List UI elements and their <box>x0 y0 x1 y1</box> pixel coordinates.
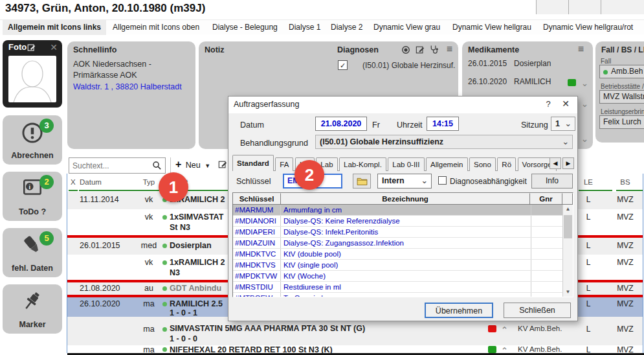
list-row[interactable]: #MPDKTVWKtV (Woche) <box>233 271 564 282</box>
list-header: Schlüssel Bezeichnung Gnr <box>233 193 573 205</box>
plus-icon: + <box>175 159 181 170</box>
sitzung-label: Sitzung <box>521 120 548 130</box>
uhrzeit-label: Uhrzeit <box>397 120 423 130</box>
tab-sono[interactable]: Sono <box>469 157 496 171</box>
neu-button[interactable]: + Neu ▼ <box>175 159 210 173</box>
status-dot-icon <box>162 302 167 306</box>
table-row[interactable]: ma NIFEHEXAL 20 RETARD RET 100 St N3 (K)… <box>67 345 643 353</box>
titlebar-cell <box>568 0 601 14</box>
select-caret-icon: ⌄ <box>421 174 428 187</box>
edit-icon[interactable] <box>218 160 227 172</box>
list-row[interactable]: #MHDKTVCKtV (double pool) <box>233 249 564 260</box>
edit-icon[interactable] <box>416 45 425 57</box>
tab-dynamic-view-hellgrau-rot[interactable]: Dynamic View hellgrau/rot <box>538 20 638 35</box>
col-bs[interactable]: BS <box>610 178 641 186</box>
fehlende-daten-button[interactable]: 5 fehl. Daten <box>3 228 62 277</box>
tab-lab-0-iii[interactable]: Lab 0-III <box>388 157 424 171</box>
titlebar-cells <box>536 0 644 14</box>
tab-scroll-right-icon[interactable]: ▶ <box>562 157 574 169</box>
medication-row[interactable]: 26.10.2020 RAMILICH ⌄ <box>468 77 590 89</box>
search-box <box>69 157 166 174</box>
menu-icon[interactable]: ≡ <box>447 43 452 55</box>
tab-dynamic-view-grau[interactable]: Dynamic View grau <box>368 20 445 35</box>
close-icon[interactable]: ✕ <box>50 42 58 52</box>
menu-icon[interactable]: ≡ <box>578 43 584 55</box>
stethoscope-icon[interactable] <box>429 45 439 57</box>
help-icon[interactable]: ? <box>542 99 554 109</box>
uebernehmen-button[interactable]: Übernehmen <box>425 303 493 318</box>
search-icon[interactable] <box>152 161 162 173</box>
list-row-selected[interactable]: #MARMUMArmumfang in cm <box>233 205 564 216</box>
abrechnen-button[interactable]: 3 Abrechnen <box>3 115 62 165</box>
marker-button[interactable]: Marker <box>3 284 62 334</box>
list-row[interactable]: #MDIAPERIDialyse-QS: Infekt.Peritonitis <box>233 227 564 238</box>
status-dot-icon <box>162 347 167 352</box>
tab-standard[interactable]: Standard <box>232 155 274 171</box>
list-col-gnr[interactable]: Gnr <box>530 193 562 205</box>
uhrzeit-input[interactable]: 14:15 <box>427 117 459 131</box>
record-icon[interactable] <box>401 45 410 57</box>
folder-button[interactable] <box>353 174 371 189</box>
todo-button[interactable]: i 2 ToDo ? <box>3 172 62 221</box>
abrechnen-badge: 3 <box>39 119 54 133</box>
list-row[interactable]: #MDIAZUINDialyse-QS: Zugangsassoz.Infekt… <box>233 238 564 249</box>
tab-lab-kompl[interactable]: Lab-Kompl. <box>339 157 386 171</box>
dialog-titlebar[interactable]: Auftragserfassung ? ✕ <box>228 97 577 113</box>
chevron-up-icon[interactable]: ⌃ <box>501 326 508 334</box>
tab-dialyse-1[interactable]: Dialyse 1 <box>283 20 326 35</box>
schluessel-list: Schlüssel Bezeichnung Gnr #MARMUMArmumfa… <box>232 192 573 297</box>
fall-label: Fall <box>601 58 611 65</box>
col-datum[interactable]: Datum <box>80 178 102 186</box>
diagnose-checkbox[interactable]: ✓ <box>338 60 348 70</box>
betriebsstaette-field[interactable]: MVZ Wallstra <box>599 90 644 104</box>
weekday-label: Fr <box>372 120 380 130</box>
tab-dynamic-view-hellgrau[interactable]: Dynamic View hellgrau <box>447 20 537 35</box>
fall-panel-title: Fall / BS / LE <box>601 45 644 54</box>
foto-panel-title: Foto <box>8 42 27 52</box>
list-row[interactable]: #MRSTDIURestdiurese in ml <box>233 282 564 293</box>
tab-allgemein[interactable]: Allgemein <box>426 157 468 171</box>
info-button[interactable]: Info <box>531 174 573 189</box>
medication-row[interactable]: 26.01.2015 Dosierplan <box>468 59 590 71</box>
address-link[interactable]: Waldstr. 1 , 38820 Halberstadt <box>73 82 194 91</box>
list-col-schluessel[interactable]: Schlüssel <box>233 193 281 205</box>
list-row[interactable]: #MDIANORIDialyse-QS: Keine Referenzdialy… <box>233 216 564 227</box>
dialog-title: Auftragserfassung <box>234 100 299 109</box>
scroll-up-icon[interactable]: ▲ <box>563 205 573 214</box>
source-select[interactable]: Intern ⌄ <box>377 174 432 189</box>
schliessen-button[interactable]: Schließen <box>504 303 571 318</box>
tab-roe[interactable]: Rö <box>497 157 516 171</box>
fall-field[interactable]: Amb.Beh <box>599 65 644 78</box>
edit-icon[interactable] <box>27 43 36 54</box>
diagnoseabhaengigkeit-checkbox[interactable] <box>438 176 447 185</box>
scroll-down-icon[interactable]: ▼ <box>563 288 573 297</box>
tab-allgemein-icons-oben[interactable]: Allgemein mit Icons oben <box>107 20 205 35</box>
select-caret-icon: ⌄ <box>562 135 569 148</box>
list-col-bezeichnung[interactable]: Bezeichnung <box>281 193 530 205</box>
tab-allgemein-icons-links[interactable]: Allgemein mit Icons links <box>3 20 106 35</box>
sitzung-select[interactable]: 1 ⌄ <box>551 117 575 131</box>
search-input[interactable] <box>72 159 150 172</box>
behandlungsgrund-select[interactable]: (I50.01) Globale Herzinsuffizienz ⌄ <box>315 135 573 149</box>
chevron-down-icon[interactable]: ⌄ <box>581 100 588 108</box>
patient-photo-placeholder <box>8 56 56 102</box>
datum-input[interactable]: 21.08.2020 <box>315 117 367 131</box>
tab-scroll-left-icon[interactable]: ◀ <box>550 157 561 169</box>
diagnose-entry[interactable]: (I50.01) Globale Herzinsuf... <box>362 61 456 70</box>
tab-dialyse-belegung[interactable]: Dialyse - Belegung <box>207 20 283 35</box>
chevron-down-icon[interactable]: ⌄ <box>581 80 588 87</box>
tab-fa[interactable]: FA <box>275 157 293 171</box>
face-sketch-icon <box>8 56 56 102</box>
scroll-thumb[interactable] <box>564 215 572 238</box>
tab-dialyse-2[interactable]: Dialyse 2 <box>326 20 368 35</box>
list-row[interactable]: #MTBGEWTr.-Gew. in kg <box>233 293 564 297</box>
status-square-red <box>488 325 496 332</box>
list-scrollbar[interactable]: ▲ ▼ <box>562 205 573 297</box>
chevron-up-icon[interactable]: ⌃ <box>501 347 508 354</box>
abrechnen-label: Abrechnen <box>3 151 62 160</box>
chevron-down-icon[interactable]: ⌄ <box>581 135 588 143</box>
close-icon[interactable]: ✕ <box>559 98 572 109</box>
leistungserbringer-field[interactable]: Felix Lurch <box>599 115 644 129</box>
list-row[interactable]: #MHDKTVSKtV (single pool) <box>233 260 564 271</box>
col-x[interactable]: X <box>71 178 76 186</box>
